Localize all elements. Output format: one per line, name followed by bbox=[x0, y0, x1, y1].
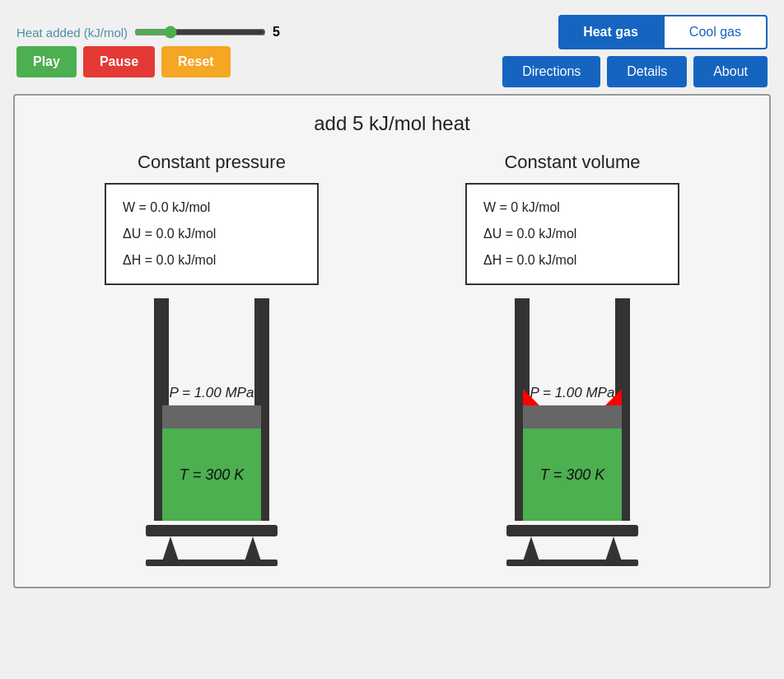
directions-button[interactable]: Directions bbox=[502, 56, 600, 87]
constant-volume-info: W = 0 kJ/mol ΔU = 0.0 kJ/mol ΔH = 0.0 kJ… bbox=[465, 183, 679, 285]
constant-volume-cylinder: P = 1.00 MPa T = 300 K bbox=[482, 298, 663, 570]
svg-rect-6 bbox=[146, 525, 278, 536]
reset-button[interactable]: Reset bbox=[161, 46, 231, 77]
top-controls: Heat added (kJ/mol) 5 Play Pause Reset H… bbox=[8, 8, 776, 94]
left-controls: Heat added (kJ/mol) 5 Play Pause Reset bbox=[16, 25, 280, 77]
svg-rect-2 bbox=[154, 298, 162, 521]
svg-rect-16 bbox=[506, 525, 638, 536]
mode-buttons: Heat gas Cool gas bbox=[558, 15, 768, 49]
about-button[interactable]: About bbox=[693, 56, 768, 87]
pause-button[interactable]: Pause bbox=[83, 46, 155, 77]
nav-buttons: Directions Details About bbox=[502, 56, 768, 87]
svg-rect-12 bbox=[515, 298, 523, 521]
svg-rect-9 bbox=[146, 560, 278, 566]
cp-dH: ΔH = 0.0 kJ/mol bbox=[123, 247, 301, 274]
cp-temp-text: T = 300 K bbox=[180, 466, 245, 483]
constant-pressure-cylinder: P = 1.00 MPa T = 300 K bbox=[121, 298, 302, 570]
cp-pressure-text: P = 1.00 MPa bbox=[170, 385, 254, 400]
cv-pressure-text: P = 1.00 MPa bbox=[530, 385, 615, 400]
cv-temp-text: T = 300 K bbox=[540, 466, 606, 483]
svg-rect-13 bbox=[622, 298, 630, 521]
svg-marker-18 bbox=[605, 536, 622, 561]
cylinders-row: Constant pressure W = 0.0 kJ/mol ΔU = 0.… bbox=[31, 152, 753, 570]
heat-value: 5 bbox=[273, 25, 280, 40]
constant-pressure-section: Constant pressure W = 0.0 kJ/mol ΔU = 0.… bbox=[55, 152, 368, 570]
svg-rect-3 bbox=[261, 298, 269, 521]
cool-gas-button[interactable]: Cool gas bbox=[663, 15, 768, 49]
cv-W: W = 0 kJ/mol bbox=[483, 194, 661, 221]
svg-rect-14 bbox=[523, 405, 622, 428]
heat-slider-row: Heat added (kJ/mol) 5 bbox=[16, 25, 280, 40]
svg-rect-4 bbox=[162, 405, 261, 428]
main-panel: add 5 kJ/mol heat Constant pressure W = … bbox=[13, 94, 771, 588]
heat-slider[interactable] bbox=[134, 26, 266, 39]
svg-marker-7 bbox=[162, 536, 179, 561]
cp-W: W = 0.0 kJ/mol bbox=[123, 194, 301, 221]
cp-dU: ΔU = 0.0 kJ/mol bbox=[123, 221, 301, 247]
constant-pressure-info: W = 0.0 kJ/mol ΔU = 0.0 kJ/mol ΔH = 0.0 … bbox=[105, 183, 319, 285]
details-button[interactable]: Details bbox=[607, 56, 687, 87]
constant-volume-section: Constant volume W = 0 kJ/mol ΔU = 0.0 kJ… bbox=[416, 152, 729, 570]
heat-label: Heat added (kJ/mol) bbox=[16, 26, 128, 40]
cv-dH: ΔH = 0.0 kJ/mol bbox=[483, 247, 661, 274]
play-buttons: Play Pause Reset bbox=[16, 46, 280, 77]
constant-pressure-title: Constant pressure bbox=[138, 152, 286, 173]
play-button[interactable]: Play bbox=[16, 46, 77, 77]
svg-rect-19 bbox=[506, 560, 638, 566]
svg-marker-17 bbox=[523, 536, 539, 561]
heat-gas-button[interactable]: Heat gas bbox=[558, 15, 663, 49]
cv-dU: ΔU = 0.0 kJ/mol bbox=[483, 221, 661, 247]
panel-title: add 5 kJ/mol heat bbox=[314, 112, 469, 135]
right-controls: Heat gas Cool gas Directions Details Abo… bbox=[502, 15, 768, 87]
constant-volume-title: Constant volume bbox=[504, 152, 640, 173]
svg-marker-8 bbox=[245, 536, 261, 561]
